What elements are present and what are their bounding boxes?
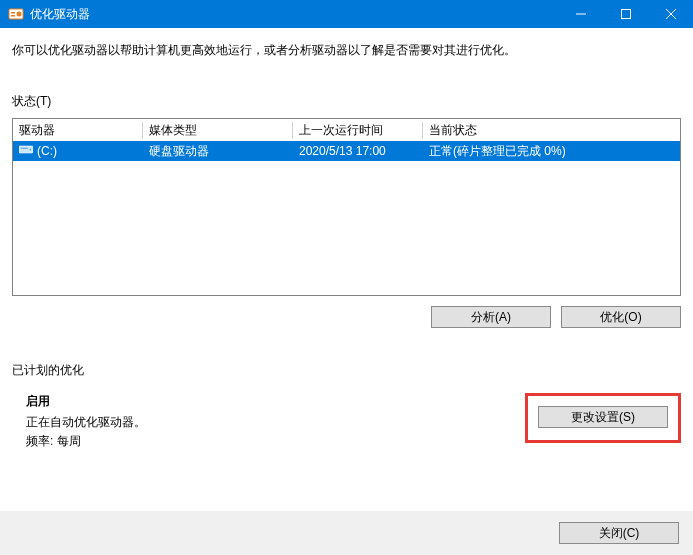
drive-cell-last-run: 2020/5/13 17:00 xyxy=(293,142,423,160)
drive-list-header: 驱动器 媒体类型 上一次运行时间 当前状态 xyxy=(13,119,680,141)
content-area: 你可以优化驱动器以帮助计算机更高效地运行，或者分析驱动器以了解是否需要对其进行优… xyxy=(0,28,693,452)
drive-name-text: (C:) xyxy=(37,144,57,158)
svg-rect-9 xyxy=(21,148,28,149)
scheduled-section: 已计划的优化 启用 正在自动优化驱动器。 频率: 每周 更改设置(S) xyxy=(12,362,681,452)
column-header-status[interactable]: 当前状态 xyxy=(423,119,680,142)
svg-rect-5 xyxy=(621,10,630,19)
window-title: 优化驱动器 xyxy=(30,6,558,23)
drive-list[interactable]: 驱动器 媒体类型 上一次运行时间 当前状态 (C:) 硬盘驱动器 2020/5/… xyxy=(12,118,681,296)
drive-icon xyxy=(19,144,33,158)
close-dialog-button[interactable]: 关闭(C) xyxy=(559,522,679,544)
app-icon xyxy=(8,6,24,22)
svg-rect-1 xyxy=(11,12,15,14)
svg-rect-2 xyxy=(11,15,15,17)
scheduled-title: 已计划的优化 xyxy=(12,362,681,379)
svg-point-10 xyxy=(30,149,32,151)
column-header-drive[interactable]: 驱动器 xyxy=(13,119,143,142)
drive-cell-name: (C:) xyxy=(13,142,143,160)
drive-cell-media: 硬盘驱动器 xyxy=(143,141,293,162)
scheduled-desc: 正在自动优化驱动器。 xyxy=(26,414,525,431)
window-controls xyxy=(558,0,693,28)
optimize-button[interactable]: 优化(O) xyxy=(561,306,681,328)
analyze-button[interactable]: 分析(A) xyxy=(431,306,551,328)
description-text: 你可以优化驱动器以帮助计算机更高效地运行，或者分析驱动器以了解是否需要对其进行优… xyxy=(12,42,681,59)
scheduled-info: 启用 正在自动优化驱动器。 频率: 每周 xyxy=(26,393,525,452)
column-header-media[interactable]: 媒体类型 xyxy=(143,119,293,142)
action-buttons-row: 分析(A) 优化(O) xyxy=(12,306,681,328)
status-label: 状态(T) xyxy=(12,93,681,110)
minimize-button[interactable] xyxy=(558,0,603,28)
close-button[interactable] xyxy=(648,0,693,28)
highlight-box: 更改设置(S) xyxy=(525,393,681,443)
scheduled-frequency: 频率: 每周 xyxy=(26,433,525,450)
drive-row-selected[interactable]: (C:) 硬盘驱动器 2020/5/13 17:00 正常(碎片整理已完成 0%… xyxy=(13,141,680,161)
footer: 关闭(C) xyxy=(0,511,693,555)
titlebar: 优化驱动器 xyxy=(0,0,693,28)
svg-point-3 xyxy=(17,12,22,17)
maximize-button[interactable] xyxy=(603,0,648,28)
column-header-last-run[interactable]: 上一次运行时间 xyxy=(293,119,423,142)
drive-cell-status: 正常(碎片整理已完成 0%) xyxy=(423,141,680,162)
change-settings-button[interactable]: 更改设置(S) xyxy=(538,406,668,428)
scheduled-on-label: 启用 xyxy=(26,393,525,410)
